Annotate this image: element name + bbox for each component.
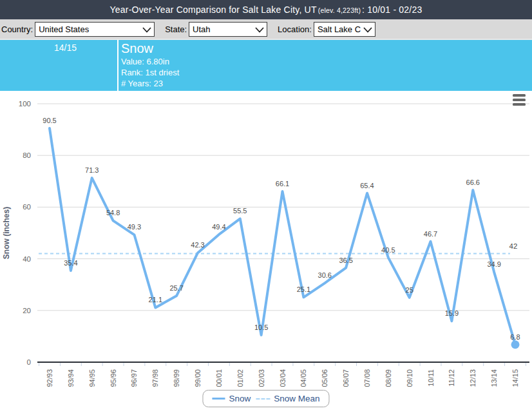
selected-point-marker[interactable] bbox=[511, 340, 520, 349]
location-group: Location: Salt Lake City bbox=[278, 22, 375, 37]
state-select[interactable]: Utah bbox=[189, 23, 267, 36]
x-tick-label: 92/93 bbox=[46, 369, 53, 387]
snow-line-chart: 0204060801004290.535.471.354.849.321.125… bbox=[0, 91, 532, 414]
data-point-label: 40.5 bbox=[381, 246, 395, 254]
legend-label-snow-mean: Snow Mean bbox=[274, 394, 319, 403]
snow-mean-value-label: 42 bbox=[509, 242, 518, 250]
window-title-bar: Year-Over-Year Comparison for Salt Lake … bbox=[0, 0, 532, 19]
y-tick-label: 100 bbox=[19, 100, 31, 108]
data-point-label: 49.4 bbox=[212, 223, 225, 231]
data-point-label: 25.1 bbox=[297, 285, 310, 293]
legend-item-snow-mean[interactable]: Snow Mean bbox=[256, 394, 319, 403]
location-select-wrap: Salt Lake City bbox=[314, 22, 375, 37]
x-tick-label: 01/02 bbox=[236, 369, 244, 387]
x-tick-label: 12/13 bbox=[469, 369, 477, 387]
country-select-wrap: United States bbox=[35, 22, 155, 37]
x-tick-label: 96/97 bbox=[130, 369, 138, 387]
data-point-label: 71.3 bbox=[85, 166, 99, 174]
data-point-label: 25 bbox=[406, 286, 413, 294]
y-axis-title: Snow (inches) bbox=[2, 207, 11, 259]
data-point-label: 49.3 bbox=[128, 223, 141, 231]
x-tick-label: 04/05 bbox=[299, 369, 307, 387]
tooltip-content: Snow Value: 6.80in Rank: 1st driest # Ye… bbox=[121, 41, 179, 89]
tooltip-band: 14/15 Snow Value: 6.80in Rank: 1st dries… bbox=[0, 40, 532, 91]
state-label: State: bbox=[165, 24, 187, 34]
location-select[interactable]: Salt Lake City bbox=[314, 23, 375, 36]
y-tick-label: 80 bbox=[23, 151, 31, 159]
data-point-label: 90.5 bbox=[43, 117, 56, 124]
data-point-label: 10.5 bbox=[254, 323, 268, 331]
data-point-label: 42.3 bbox=[191, 241, 204, 249]
x-tick-label: 09/10 bbox=[406, 369, 413, 387]
snow-mean-line-swatch bbox=[256, 398, 270, 400]
x-tick-label: 00/01 bbox=[215, 369, 223, 387]
data-point-label: 15.9 bbox=[445, 309, 459, 317]
y-tick-label: 60 bbox=[23, 203, 31, 211]
data-point-label: 36.5 bbox=[339, 256, 352, 264]
crosshair-line bbox=[117, 40, 119, 91]
y-tick-label: 20 bbox=[23, 307, 31, 314]
location-controls: Country: United States State: Utah Locat… bbox=[0, 19, 532, 40]
data-point-label: 66.1 bbox=[276, 180, 289, 188]
legend-label-snow: Snow bbox=[229, 394, 251, 403]
data-point-label: 21.1 bbox=[149, 296, 162, 304]
x-tick-label: 98/99 bbox=[173, 369, 180, 387]
page-title-elevation: (elev. 4,223ft) bbox=[318, 6, 361, 14]
data-point-label: 66.6 bbox=[466, 179, 480, 186]
data-point-label: 35.4 bbox=[64, 259, 77, 267]
snow-line-swatch bbox=[212, 398, 225, 400]
x-tick-label: 02/03 bbox=[258, 369, 265, 387]
x-tick-label: 93/94 bbox=[67, 369, 75, 387]
country-group: Country: United States bbox=[1, 22, 165, 37]
x-tick-label: 07/08 bbox=[363, 369, 371, 387]
x-tick-label: 99/00 bbox=[194, 369, 202, 387]
data-point-label: 25.7 bbox=[169, 284, 183, 292]
x-tick-label: 11/12 bbox=[448, 369, 455, 387]
x-tick-label: 94/95 bbox=[88, 369, 96, 387]
tooltip-years: # Years: 23 bbox=[121, 78, 179, 89]
tooltip-value: Value: 6.80in bbox=[121, 56, 179, 67]
chart-plot-svg: 0204060801004290.535.471.354.849.321.125… bbox=[0, 91, 532, 414]
x-tick-label: 05/06 bbox=[321, 369, 328, 387]
x-tick-label: 14/15 bbox=[511, 369, 519, 387]
page-title: Year-Over-Year Comparison for Salt Lake … bbox=[110, 5, 317, 15]
x-tick-label: 10/11 bbox=[427, 369, 435, 387]
y-tick-label: 40 bbox=[23, 255, 31, 263]
data-point-label: 34.9 bbox=[487, 260, 500, 268]
crosshair-year-label: 14/15 bbox=[54, 43, 77, 53]
x-tick-label: 03/04 bbox=[279, 369, 287, 387]
y-tick-label: 0 bbox=[27, 358, 31, 366]
tooltip-series-title: Snow bbox=[121, 41, 179, 56]
page-title-daterange: : 10/01 - 02/23 bbox=[362, 5, 422, 15]
data-point-label: 30.6 bbox=[318, 271, 332, 279]
data-point-label: 46.7 bbox=[424, 230, 437, 238]
tooltip-rank: Rank: 1st driest bbox=[121, 67, 179, 78]
location-label: Location: bbox=[278, 24, 312, 34]
x-tick-label: 95/96 bbox=[109, 369, 117, 387]
chart-export-menu-icon[interactable] bbox=[513, 94, 526, 106]
state-select-wrap: Utah bbox=[189, 22, 267, 37]
data-point-label: 6.8 bbox=[510, 333, 520, 341]
x-tick-label: 13/14 bbox=[490, 369, 498, 387]
state-group: State: Utah bbox=[165, 22, 278, 37]
chart-legend: Snow Snow Mean bbox=[202, 390, 329, 407]
country-select[interactable]: United States bbox=[35, 23, 154, 36]
x-tick-label: 06/07 bbox=[342, 369, 350, 387]
x-tick-label: 97/98 bbox=[151, 369, 159, 387]
data-point-label: 65.4 bbox=[360, 182, 374, 189]
x-tick-label: 08/09 bbox=[385, 369, 392, 387]
country-label: Country: bbox=[1, 24, 33, 34]
data-point-label: 54.8 bbox=[106, 209, 120, 217]
data-point-label: 55.5 bbox=[233, 207, 247, 215]
legend-item-snow[interactable]: Snow bbox=[212, 394, 251, 403]
